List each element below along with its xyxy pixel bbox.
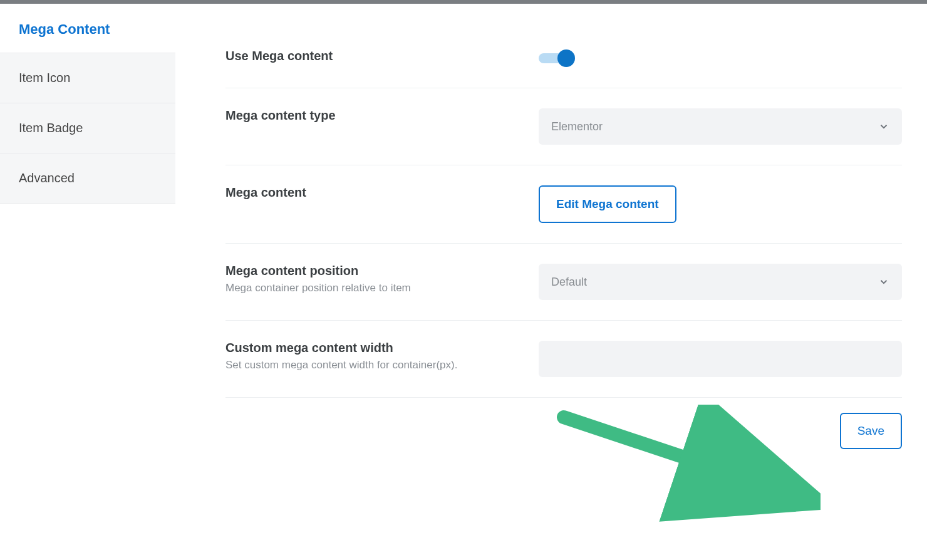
custom-mega-width-desc: Set custom mega content width for contai…: [225, 359, 539, 371]
custom-mega-width-input[interactable]: [539, 341, 902, 377]
mega-content-position-label-wrap: Mega content position Mega container pos…: [225, 264, 539, 294]
custom-mega-width-label: Custom mega content width: [225, 341, 539, 355]
mega-content-type-select[interactable]: Elementor: [539, 108, 902, 145]
sidebar-item-item-badge[interactable]: Item Badge: [0, 103, 175, 153]
row-mega-content-position: Mega content position Mega container pos…: [225, 244, 902, 321]
mega-content-position-select[interactable]: Default: [539, 264, 902, 300]
save-button[interactable]: Save: [840, 413, 902, 449]
mega-content-position-label: Mega content position: [225, 264, 539, 278]
custom-mega-width-label-wrap: Custom mega content width Set custom meg…: [225, 341, 539, 371]
row-use-mega-content: Use Mega content: [225, 29, 902, 88]
footer: Save: [225, 398, 902, 449]
chevron-down-icon: [878, 121, 889, 132]
mega-content-position-desc: Mega container position relative to item: [225, 282, 539, 294]
toggle-thumb: [557, 49, 575, 67]
settings-panel: Mega Content Item Icon Item Badge Advanc…: [0, 4, 927, 560]
chevron-down-icon: [878, 276, 889, 288]
row-mega-content: Mega content Edit Mega content: [225, 165, 902, 244]
mega-content-position-value: Default: [551, 276, 587, 289]
sidebar-item-item-icon[interactable]: Item Icon: [0, 53, 175, 103]
content-area: Use Mega content Mega content type Eleme…: [175, 4, 927, 560]
mega-content-type-label: Mega content type: [225, 108, 539, 123]
row-custom-mega-width: Custom mega content width Set custom meg…: [225, 321, 902, 398]
sidebar: Mega Content Item Icon Item Badge Advanc…: [0, 4, 175, 560]
use-mega-content-toggle[interactable]: [539, 49, 577, 68]
use-mega-content-label: Use Mega content: [225, 49, 539, 63]
sidebar-item-advanced[interactable]: Advanced: [0, 153, 175, 204]
edit-mega-content-button[interactable]: Edit Mega content: [539, 185, 676, 223]
sidebar-tab-mega-content[interactable]: Mega Content: [0, 4, 175, 53]
mega-content-type-label-wrap: Mega content type: [225, 108, 539, 123]
use-mega-content-label-wrap: Use Mega content: [225, 49, 539, 63]
mega-content-label-wrap: Mega content: [225, 185, 539, 200]
mega-content-type-value: Elementor: [551, 120, 603, 133]
row-mega-content-type: Mega content type Elementor: [225, 88, 902, 165]
mega-content-label: Mega content: [225, 185, 539, 200]
